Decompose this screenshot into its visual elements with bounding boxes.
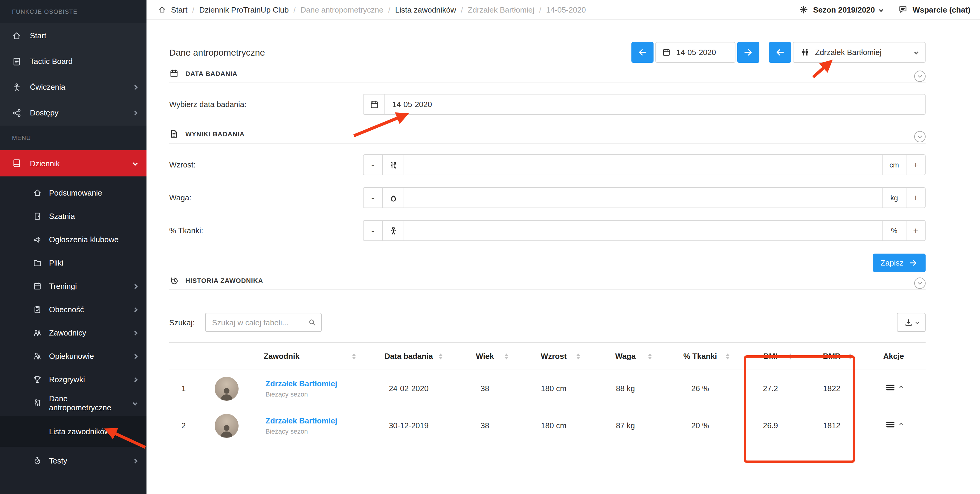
- sidebar-item-label: Ćwiczenia: [30, 83, 125, 91]
- waga-input[interactable]: [404, 188, 882, 207]
- section-title: HISTORIA ZAWODNIKA: [185, 277, 263, 284]
- trainings-icon: [33, 282, 42, 291]
- sidebar-item-tactic-board[interactable]: Tactic Board: [0, 48, 146, 74]
- prev-date-button[interactable]: [632, 42, 654, 63]
- page-title: Dane antropometryczne: [169, 47, 265, 57]
- sidebar-item-treningi[interactable]: Treningi: [0, 274, 146, 298]
- sidebar-item-dane-antropometryczne[interactable]: Dane antropometryczne: [0, 391, 146, 414]
- collapse-section-button[interactable]: [914, 277, 926, 289]
- column-header-bmi[interactable]: BMI: [739, 343, 802, 370]
- sidebar-item-szatnia[interactable]: Szatnia: [0, 204, 146, 228]
- sidebar-item-dostepy[interactable]: Dostępy: [0, 100, 146, 126]
- column-header-index: [169, 343, 198, 370]
- breadcrumb: Start / Dziennik ProTrainUp Club / Dane …: [158, 5, 586, 14]
- sidebar-item-label: Rozgrywki: [49, 375, 126, 384]
- player-link[interactable]: Zdrzałek Bartłomiej: [266, 416, 337, 425]
- column-header-bmr[interactable]: BMR: [802, 343, 862, 370]
- sidebar-item-label: Dane antropometryczne: [49, 394, 126, 412]
- sidebar-item-label: Lista zawodników: [49, 427, 110, 436]
- season-label: Bieżący sezon: [266, 428, 337, 435]
- history-table: Zawodnik Data badania Wiek Wzrost Waga %…: [169, 342, 926, 445]
- arrow-right-icon: [909, 258, 918, 267]
- column-header-wiek[interactable]: Wiek: [452, 343, 518, 370]
- collapse-section-button[interactable]: [914, 131, 926, 142]
- column-label: % Tkanki: [683, 352, 717, 361]
- exercise-icon: [12, 82, 22, 92]
- weight-cell: 88 kg: [590, 370, 661, 407]
- player-link[interactable]: Zdrzałek Bartłomiej: [266, 379, 337, 388]
- column-label: Waga: [615, 352, 636, 361]
- chevron-down-icon: [914, 50, 918, 54]
- breadcrumb-item[interactable]: Lista zawodników: [395, 5, 456, 14]
- export-button[interactable]: [897, 313, 926, 332]
- download-icon: [904, 318, 913, 327]
- collapse-section-button[interactable]: [914, 70, 926, 82]
- section-header-historia-zawodnika: HISTORIA ZAWODNIKA: [169, 277, 926, 290]
- height-cell: 180 cm: [518, 407, 590, 444]
- trophy-icon: [33, 375, 42, 384]
- table-header-row: Zawodnik Data badania Wiek Wzrost Waga %…: [169, 343, 926, 370]
- weight-cell: 87 kg: [590, 407, 661, 444]
- column-header-wzrost[interactable]: Wzrost: [518, 343, 590, 370]
- sidebar-item-label: Treningi: [49, 282, 126, 291]
- sidebar-item-opiekunowie[interactable]: Opiekunowie: [0, 344, 146, 368]
- row-index: 1: [169, 370, 198, 407]
- increment-button[interactable]: +: [906, 221, 925, 241]
- decrement-button[interactable]: -: [364, 155, 383, 175]
- sidebar-item-ogloszenia-klubowe[interactable]: Ogłoszenia klubowe: [0, 228, 146, 251]
- wzrost-input[interactable]: [404, 155, 882, 175]
- exam-date-cell: 24-02-2020: [365, 370, 452, 407]
- sidebar-item-obecnosc[interactable]: Obecność: [0, 298, 146, 321]
- wzrost-input-group: - cm +: [363, 154, 926, 175]
- season-selector[interactable]: Sezon 2019/2020: [799, 5, 883, 14]
- search-input[interactable]: [205, 313, 321, 332]
- sidebar-item-lista-zawodnikow[interactable]: Lista zawodników: [0, 416, 146, 447]
- column-label: BMR: [823, 352, 840, 361]
- prev-player-button[interactable]: [769, 42, 791, 63]
- sidebar-item-podsumowanie[interactable]: Podsumowanie: [0, 181, 146, 204]
- chevron-down-icon: [133, 161, 138, 166]
- tkanki-input[interactable]: [404, 221, 882, 241]
- protrainup-app: FUNKCJE OSOBISTE Start Tactic Board Ćwic…: [0, 0, 980, 494]
- column-header-tkanki[interactable]: % Tkanki: [661, 343, 739, 370]
- sidebar-item-start[interactable]: Start: [0, 23, 146, 48]
- player-select[interactable]: Zdrzałek Bartłomiej: [793, 42, 926, 63]
- avatar: [215, 414, 239, 438]
- decrement-button[interactable]: -: [364, 221, 383, 241]
- exam-date-input[interactable]: [385, 94, 925, 114]
- sidebar-item-rozgrywki[interactable]: Rozgrywki: [0, 368, 146, 391]
- arrow-left-icon: [775, 47, 785, 57]
- column-header-data-badania[interactable]: Data badania: [365, 343, 452, 370]
- table-toolbar: Szukaj:: [169, 313, 926, 332]
- date-display[interactable]: 14-05-2020: [655, 42, 735, 63]
- column-header-zawodnik[interactable]: Zawodnik: [198, 343, 365, 370]
- increment-button[interactable]: +: [906, 188, 925, 207]
- sidebar-item-label: Testy: [49, 456, 126, 465]
- sidebar-item-pliki[interactable]: Pliki: [0, 251, 146, 274]
- sidebar-item-testy[interactable]: Testy: [0, 449, 146, 472]
- unit-label: kg: [882, 188, 906, 207]
- breadcrumb-separator: /: [539, 5, 541, 14]
- sidebar-item-cwiczenia[interactable]: Ćwiczenia: [0, 74, 146, 100]
- sidebar-item-zawodnicy[interactable]: Zawodnicy: [0, 321, 146, 344]
- support-chat-button[interactable]: Wsparcie (chat): [898, 5, 970, 14]
- row-actions-button[interactable]: [885, 382, 902, 393]
- chevron-right-icon: [133, 307, 138, 312]
- sidebar-item-dziennik[interactable]: Dziennik: [0, 150, 146, 177]
- exam-date-input-group: [363, 94, 926, 115]
- decrement-button[interactable]: -: [364, 188, 383, 207]
- save-button[interactable]: Zapisz: [873, 253, 926, 272]
- save-label: Zapisz: [880, 258, 904, 267]
- increment-button[interactable]: +: [906, 155, 925, 175]
- row-actions-button[interactable]: [885, 419, 902, 430]
- breadcrumb-item[interactable]: Dziennik ProTrainUp Club: [199, 5, 289, 14]
- breadcrumb-item[interactable]: Start: [171, 5, 188, 14]
- sidebar-item-label: Obecność: [49, 305, 126, 314]
- weight-icon: [383, 188, 404, 207]
- sidebar-item-label: Tactic Board: [30, 57, 137, 66]
- next-date-button[interactable]: [737, 42, 759, 63]
- sort-icon: [789, 353, 792, 359]
- column-header-waga[interactable]: Waga: [590, 343, 661, 370]
- chevron-down-icon: [918, 134, 922, 138]
- date-value: 14-05-2020: [676, 48, 716, 57]
